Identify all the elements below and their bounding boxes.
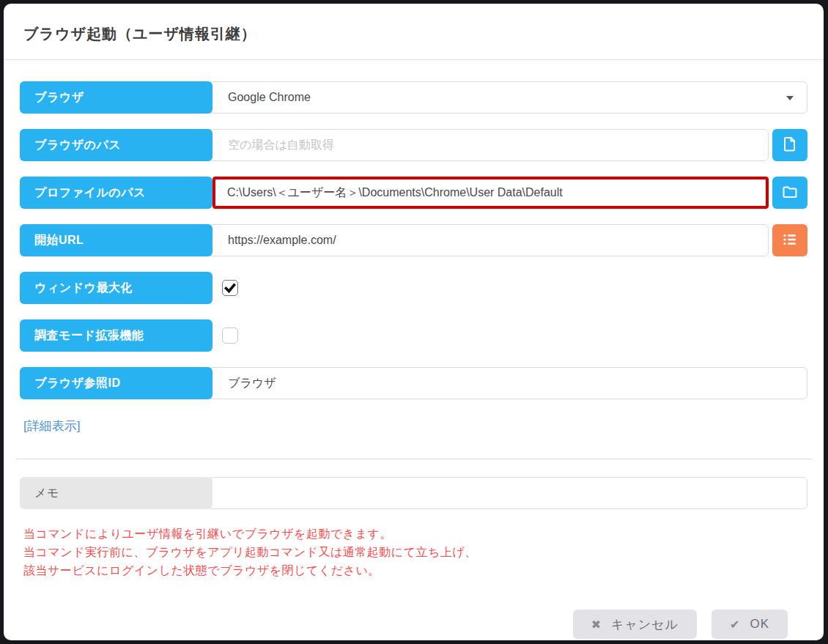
section-divider bbox=[16, 459, 811, 459]
browser-path-file-button[interactable] bbox=[772, 129, 807, 161]
browser-ref-id-value: ブラウザ bbox=[228, 376, 276, 391]
row-profile-path: プロファイルのパス C:\Users\＜ユーザー名＞\Documents\Chr… bbox=[20, 177, 807, 209]
window-maximize-label: ウィンドウ最大化 bbox=[20, 272, 212, 304]
browser-ref-id-input[interactable]: ブラウザ bbox=[208, 367, 807, 399]
row-browser: ブラウザ Google Chrome bbox=[20, 81, 807, 114]
folder-icon bbox=[781, 183, 799, 203]
memo-input[interactable] bbox=[208, 477, 807, 509]
start-url-input[interactable]: https://example.com/ bbox=[208, 224, 769, 256]
browser-select-value: Google Chrome bbox=[228, 91, 311, 104]
browser-ref-id-label: ブラウザ参照ID bbox=[20, 367, 212, 399]
profile-path-input[interactable]: C:\Users\＜ユーザー名＞\Documents\Chrome\User D… bbox=[212, 177, 769, 209]
browser-launch-dialog: ブラウザ起動（ユーザ情報引継） ブラウザ Google Chrome ブラウザの… bbox=[4, 4, 824, 640]
warning-text: 当コマンドによりユーザ情報を引継いでブラウザを起動できます。 当コマンド実行前に… bbox=[20, 525, 807, 580]
profile-path-folder-button[interactable] bbox=[772, 177, 807, 209]
file-icon bbox=[781, 136, 799, 155]
dialog-title: ブラウザ起動（ユーザ情報引継） bbox=[4, 4, 824, 59]
cancel-button[interactable]: ✖ キャンセル bbox=[573, 610, 697, 639]
checkmark-icon bbox=[223, 281, 237, 295]
ok-button[interactable]: ✔ OK bbox=[711, 610, 788, 639]
research-mode-extension-checkbox[interactable] bbox=[222, 327, 238, 344]
profile-path-label: プロファイルのパス bbox=[20, 177, 212, 209]
start-url-list-button[interactable] bbox=[772, 224, 807, 256]
memo-label: メモ bbox=[20, 477, 212, 509]
profile-path-value: C:\Users\＜ユーザー名＞\Documents\Chrome\User D… bbox=[227, 185, 563, 201]
row-memo: メモ bbox=[20, 477, 807, 509]
close-icon: ✖ bbox=[591, 618, 602, 632]
dialog-content: ブラウザ Google Chrome ブラウザのパス 空の場合は自動取得 bbox=[4, 60, 824, 639]
start-url-label: 開始URL bbox=[20, 224, 212, 256]
browser-label: ブラウザ bbox=[20, 81, 212, 114]
window-maximize-checkbox[interactable] bbox=[222, 280, 238, 296]
row-window-maximize: ウィンドウ最大化 bbox=[20, 272, 807, 304]
list-icon bbox=[781, 231, 799, 251]
browser-path-placeholder: 空の場合は自動取得 bbox=[228, 138, 334, 153]
row-start-url: 開始URL https://example.com/ bbox=[20, 224, 807, 256]
row-research-mode-extension: 調査モード拡張機能 bbox=[20, 319, 807, 352]
browser-path-input[interactable]: 空の場合は自動取得 bbox=[208, 129, 769, 161]
browser-select[interactable]: Google Chrome bbox=[208, 81, 807, 114]
browser-path-label: ブラウザのパス bbox=[20, 129, 212, 161]
warning-line: 当コマンド実行前に、ブラウザをアプリ起動コマンド又は通常起動にて立ち上げ、 bbox=[23, 543, 807, 561]
dialog-footer: ✖ キャンセル ✔ OK bbox=[20, 610, 788, 639]
row-browser-path: ブラウザのパス 空の場合は自動取得 bbox=[20, 129, 807, 161]
warning-line: 当コマンドによりユーザ情報を引継いでブラウザを起動できます。 bbox=[23, 525, 807, 543]
cancel-button-label: キャンセル bbox=[611, 616, 679, 633]
detail-view-link[interactable]: [詳細表示] bbox=[23, 418, 80, 434]
ok-button-label: OK bbox=[750, 617, 769, 632]
chevron-down-icon bbox=[786, 96, 794, 100]
research-mode-extension-label: 調査モード拡張機能 bbox=[20, 319, 212, 352]
start-url-value: https://example.com/ bbox=[228, 234, 336, 247]
warning-line: 該当サービスにログインした状態でブラウザを閉じてください。 bbox=[23, 561, 807, 580]
check-icon: ✔ bbox=[730, 618, 740, 632]
row-browser-ref-id: ブラウザ参照ID ブラウザ bbox=[20, 367, 807, 399]
